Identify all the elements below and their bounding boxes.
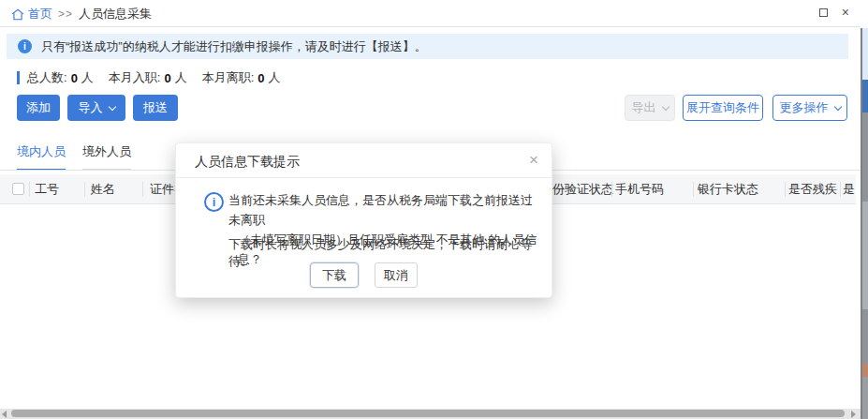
column-separator: [693, 182, 694, 197]
chevron-down-icon: [108, 102, 115, 110]
select-all-checkbox[interactable]: [12, 183, 24, 195]
stat-joined-unit: 人: [175, 69, 187, 86]
stat-total-label: 总人数:: [27, 69, 67, 86]
more-actions-label: 更多操作: [780, 99, 829, 116]
background-window-sliver: [862, 377, 868, 419]
stat-left-value: 0: [257, 71, 264, 85]
horizontal-scrollbar-thumb[interactable]: [11, 410, 845, 417]
add-button[interactable]: 添加: [17, 95, 60, 121]
chevron-down-icon: [833, 102, 841, 110]
scroll-left-arrow-icon[interactable]: [2, 411, 7, 418]
dialog-footer: 下载 取消: [176, 262, 552, 288]
breadcrumb-home-label: 首页: [28, 6, 52, 22]
add-button-label: 添加: [26, 99, 51, 116]
breadcrumb: 首页 >> 人员信息采集: [11, 6, 152, 22]
submit-button-label: 报送: [143, 99, 168, 116]
background-window-sliver: [862, 0, 868, 28]
breadcrumb-home-link[interactable]: 首页: [11, 6, 52, 22]
stat-total-unit: 人: [81, 69, 94, 86]
stats-accent-bar: [17, 71, 20, 84]
download-button[interactable]: 下载: [310, 262, 359, 288]
personnel-collection-panel: 首页 >> 人员信息采集 × i 只有“报送成功”的纳税人才能进行扣缴申报操作，…: [0, 0, 868, 419]
background-window-sliver: [862, 309, 868, 364]
background-window-sliver: [862, 364, 868, 377]
window-controls: ×: [819, 7, 849, 18]
stat-joined-value: 0: [164, 71, 170, 85]
info-banner-text: 只有“报送成功”的纳税人才能进行扣缴申报操作，请及时进行【报送】。: [41, 38, 427, 55]
column-header-mobile-number[interactable]: 手机号码: [615, 174, 664, 204]
column-separator: [611, 182, 612, 197]
stats-row: 总人数: 0 人 本月入职: 0 人 本月离职: 0 人: [17, 69, 296, 86]
expand-query-button[interactable]: 展开查询条件: [683, 95, 763, 121]
column-separator: [84, 182, 85, 197]
more-actions-button[interactable]: 更多操作: [772, 95, 847, 121]
column-header-bank-card-status[interactable]: 银行卡状态: [698, 174, 758, 204]
maximize-icon[interactable]: [819, 8, 828, 17]
panel-right-border: [861, 28, 862, 419]
stat-total: 总人数: 0 人: [27, 69, 94, 86]
column-separator: [785, 182, 786, 197]
dialog-info-icon: i: [204, 192, 224, 212]
close-icon[interactable]: ×: [842, 7, 849, 18]
export-button[interactable]: 导出: [625, 95, 675, 121]
horizontal-scrollbar[interactable]: [0, 409, 861, 419]
stat-joined-this-month: 本月入职: 0 人: [109, 69, 187, 86]
home-icon: [11, 8, 24, 21]
dialog-message-line1: 当前还未采集人员信息，是否从税务局端下载之前报送过 未离职: [228, 190, 542, 230]
tab-overseas-personnel[interactable]: 境外人员: [82, 143, 131, 171]
dialog-close-icon[interactable]: ×: [529, 151, 538, 170]
column-separator: [142, 182, 143, 197]
column-separator: [840, 182, 841, 197]
stat-joined-label: 本月入职:: [109, 69, 161, 86]
submit-button[interactable]: 报送: [133, 95, 178, 121]
person-tabs: 境内人员 境外人员: [17, 143, 131, 171]
column-header-employee-id[interactable]: 工号: [35, 174, 59, 204]
personnel-download-dialog: 人员信息下载提示 × i 当前还未采集人员信息，是否从税务局端下载之前报送过 未…: [175, 142, 552, 298]
column-header-name[interactable]: 姓名: [91, 174, 115, 204]
breadcrumb-separator: >>: [58, 7, 73, 21]
background-window-sliver: [862, 80, 868, 112]
info-icon: i: [18, 39, 32, 53]
top-bar: 首页 >> 人员信息采集 ×: [0, 0, 861, 27]
export-button-label: 导出: [632, 99, 656, 116]
expand-query-label: 展开查询条件: [686, 99, 759, 116]
chevron-down-icon: [661, 102, 669, 110]
import-button-label: 导入: [79, 99, 103, 116]
stat-left-this-month: 本月离职: 0 人: [202, 69, 281, 86]
background-window-sliver: [862, 112, 868, 202]
breadcrumb-current-page: 人员信息采集: [79, 6, 152, 22]
column-separator: [29, 182, 30, 197]
column-header-disability[interactable]: 是否残疾: [788, 174, 837, 204]
import-button[interactable]: 导入: [67, 95, 125, 121]
background-window-sliver: [862, 202, 868, 309]
cancel-button[interactable]: 取消: [375, 262, 418, 288]
scroll-right-arrow-icon[interactable]: [851, 411, 856, 418]
dialog-header-divider: [176, 177, 552, 178]
dialog-title: 人员信息下载提示: [195, 154, 300, 171]
background-window-sliver: [862, 28, 868, 80]
stat-left-label: 本月离职:: [202, 69, 255, 86]
stat-left-unit: 人: [269, 69, 281, 86]
tab-domestic-personnel[interactable]: 境内人员: [17, 143, 66, 171]
info-banner: i 只有“报送成功”的纳税人才能进行扣缴申报操作，请及时进行【报送】。: [7, 34, 848, 59]
column-header-truncated[interactable]: 是: [843, 174, 856, 204]
stat-total-value: 0: [71, 71, 78, 85]
